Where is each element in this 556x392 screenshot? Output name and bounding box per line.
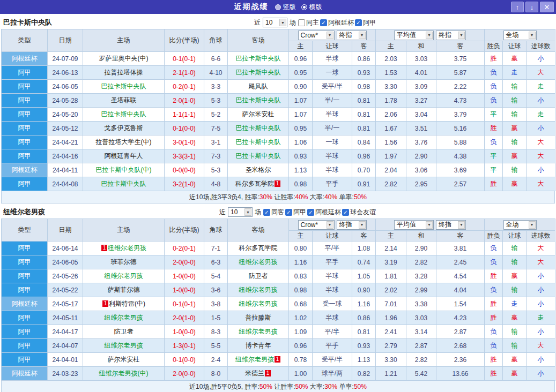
league-type-cell[interactable]: 阿甲 [2,80,48,94]
league-type-cell[interactable]: 阿甲 [2,311,48,325]
home-team-cell[interactable]: 圣塔菲联 [83,94,165,108]
odds-source-select[interactable]: Crow*▼ [298,220,335,230]
filter-checkbox[interactable]: 同主 [298,18,319,27]
home-team-cell[interactable]: 巴拉卡斯中央队 [83,177,165,191]
close-button[interactable]: ✕ [540,2,554,12]
avg-odds-cell: 2.82 [376,177,406,191]
avg-stage-select[interactable]: 终指▼ [436,31,466,40]
view-mode-radio[interactable]: 横版 [301,3,322,12]
away-team-cell[interactable]: 巴拉卡斯中央队 [228,66,289,80]
league-type-cell[interactable]: 阿甲 [2,135,48,149]
home-team-cell[interactable]: 戈多伊克鲁斯 [83,122,165,135]
home-team-cell[interactable]: 巴拉卡斯中央队 [83,108,165,122]
home-team-cell[interactable]: 防卫者 [83,325,165,339]
league-type-cell[interactable]: 阿根廷杯 [2,297,48,311]
league-type-cell[interactable]: 阿甲 [2,149,48,163]
league-type-cell[interactable]: 阿根廷杯 [2,52,48,66]
home-team-cell[interactable]: 1纽维尔老男孩 [83,242,165,255]
league-type-cell[interactable]: 阿甲 [2,94,48,108]
odds-stage-select[interactable]: 终指▼ [337,31,367,40]
league-type-cell[interactable]: 阿甲 [2,353,48,367]
away-team-cell[interactable]: 普拉滕斯 [228,311,289,325]
handicap-odds-cell: 1.02 [289,311,313,325]
avg-stage-select[interactable]: 终指▼ [436,220,466,230]
league-type-cell[interactable]: 阿甲 [2,122,48,135]
away-team-cell[interactable]: 博卡青年 [228,339,289,353]
avg-odds-cell: 1.78 [376,94,406,108]
home-team-cell[interactable]: 萨尔米安杜 [83,353,165,367]
away-team-cell[interactable]: 巴拉卡斯中央队 [228,149,289,163]
league-type-cell[interactable]: 阿甲 [2,339,48,353]
filters: 近 10▼ 场 ✓同客✓阿甲✓阿根廷杯✓球会友谊 [219,207,376,217]
odds-source-select[interactable]: Crow*▼ [298,31,335,40]
away-team-cell[interactable]: 巴拉卡斯中央队 [228,52,289,66]
away-team-cell[interactable]: 科尔多瓦学院1 [228,177,289,191]
home-team-cell[interactable]: 巴拉卡斯中央队 [83,80,165,94]
filter-checkbox[interactable]: ✓阿根廷杯 [307,208,341,217]
away-team-cell[interactable]: 纽维尔老男孩 [228,255,289,269]
away-team-cell[interactable]: 巴拉卡斯中央队 [228,94,289,108]
summary-segment: 大率: [308,383,325,390]
view-mode-radio[interactable]: 竖版 [275,3,296,12]
league-type-cell[interactable]: 阿甲 [2,177,48,191]
league-type-cell[interactable]: 阿甲 [2,108,48,122]
away-team-cell[interactable]: 纽维尔老男孩 [228,297,289,311]
filter-checkbox[interactable]: ✓阿甲 [355,18,376,27]
winloss-cell: 平 [485,163,503,177]
select-value: 平均值 [397,31,416,40]
move-down-button[interactable]: ↓ [525,2,538,12]
league-type-cell[interactable]: 阿甲 [2,269,48,283]
league-type-cell[interactable]: 阿甲 [2,242,48,255]
league-type-cell[interactable]: 阿甲 [2,283,48,297]
avg-source-select[interactable]: 平均值▼ [394,220,434,230]
near-count-select[interactable]: 10▼ [228,207,253,217]
away-team-cell[interactable]: 圣米格尔 [228,163,289,177]
winloss-cell: 平 [485,149,503,163]
odds-stage-select[interactable]: 终指▼ [337,220,367,230]
home-team-cell[interactable]: 班菲尔德 [83,255,165,269]
away-team-cell[interactable]: 纽维尔老男孩 [228,325,289,339]
away-team-cell[interactable]: 防卫者 [228,269,289,283]
home-team-cell[interactable]: 1利斯特雷(中) [83,297,165,311]
filter-checkbox[interactable]: ✓阿根廷杯 [320,18,354,27]
away-team-cell[interactable]: 纽维尔老男孩 [228,283,289,297]
near-count-select[interactable]: 10▼ [263,18,287,27]
handicap-odds-cell: 半球 [313,163,352,177]
filter-checkbox[interactable]: ✓球会友谊 [342,208,376,217]
match-date: 24-04-07 [48,339,83,353]
home-team-cell[interactable]: 拉普拉塔大学生(中) [83,135,165,149]
dropdown-arrow-icon: ▼ [359,221,366,229]
home-team-cell[interactable]: 阿根廷青年人 [83,149,165,163]
league-type-cell[interactable]: 阿甲 [2,66,48,80]
league-type-cell[interactable]: 阿根廷杯 [2,163,48,177]
away-team-cell[interactable]: 科尔多瓦学院 [228,242,289,255]
home-team-cell[interactable]: 拉普拉塔体操 [83,66,165,80]
move-up-button[interactable]: ↑ [511,2,524,12]
away-team-cell[interactable]: 纽维尔老男孩1 [228,353,289,367]
away-team-cell[interactable]: 萨尔米安杜 [228,108,289,122]
avg-source-select[interactable]: 平均值▼ [394,31,434,40]
away-team-cell[interactable]: 米德兰1 [228,367,289,381]
home-team-cell[interactable]: 罗萨里奥中央(中) [83,52,165,66]
home-team-cell[interactable]: 萨斯菲尔德 [83,283,165,297]
goals-result-cell: 大 [527,255,555,269]
away-team-cell[interactable]: 巴拉卡斯中央队 [228,122,289,135]
scope-select[interactable]: 全场▼ [503,31,537,40]
home-team-cell[interactable]: 纽维尔老男孩 [83,269,165,283]
filter-checkbox[interactable]: ✓阿甲 [285,208,306,217]
league-type-cell[interactable]: 阿根廷杯 [2,367,48,381]
home-team-cell[interactable]: 纽维尔老男孩(中) [83,367,165,381]
scope-select[interactable]: 全场▼ [503,220,537,230]
league-type-cell[interactable]: 阿甲 [2,255,48,269]
home-team-cell[interactable]: 巴拉卡斯中央队(中) [83,163,165,177]
away-team-cell[interactable]: 飓风队 [228,80,289,94]
home-team-cell[interactable]: 纽维尔老男孩 [83,339,165,353]
team-label: 科尔多瓦学院 [239,244,278,252]
avg-odds-cell: 2.90 [406,242,436,255]
sub-col-header: 主 [376,41,406,52]
league-type-cell[interactable]: 阿甲 [2,325,48,339]
handicap-odds-cell: 0.81 [352,94,376,108]
home-team-cell[interactable]: 纽维尔老男孩 [83,311,165,325]
filter-checkbox[interactable]: ✓同客 [263,208,284,217]
away-team-cell[interactable]: 巴拉卡斯中央队 [228,135,289,149]
